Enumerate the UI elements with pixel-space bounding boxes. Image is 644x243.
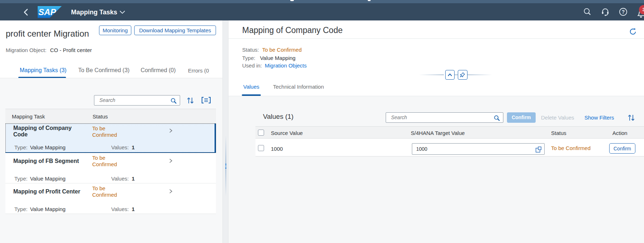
svg-text:SAP: SAP <box>38 7 56 17</box>
svg-text:?: ? <box>622 9 625 15</box>
